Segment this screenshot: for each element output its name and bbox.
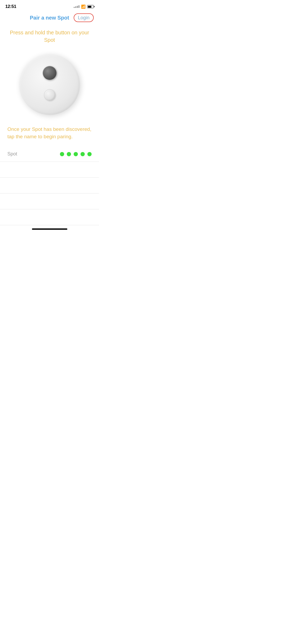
signal-dot-1	[60, 152, 64, 156]
signal-dot-3	[74, 152, 78, 156]
spot-illustration	[0, 46, 99, 120]
home-bar	[32, 228, 67, 230]
instruction-text: Press and hold the button on your Spot	[0, 24, 99, 46]
spot-bottom-button	[44, 89, 55, 100]
page: 12:51 📶 Pair a new Spot Login Press and …	[0, 0, 99, 232]
battery-icon	[87, 5, 94, 8]
list-item[interactable]	[0, 194, 99, 209]
signal-dot-5	[87, 152, 92, 156]
list-item[interactable]	[0, 178, 99, 194]
discovery-text: Once your Spot has been discovered, tap …	[0, 120, 99, 146]
battery-fill	[88, 6, 91, 8]
signal-dot-4	[81, 152, 85, 156]
status-icons: 📶	[74, 4, 94, 9]
spot-list: Spot	[0, 146, 99, 225]
spot-device	[19, 54, 80, 115]
signal-icon	[74, 5, 79, 8]
login-button[interactable]: Login	[74, 13, 94, 22]
status-time: 12:51	[5, 4, 16, 9]
spot-item-name: Spot	[7, 151, 60, 157]
signal-indicators	[60, 152, 92, 156]
list-item[interactable]	[0, 162, 99, 178]
list-item[interactable]	[0, 209, 99, 225]
header: Pair a new Spot Login	[0, 12, 99, 24]
list-item[interactable]: Spot	[0, 146, 99, 162]
signal-dot-2	[67, 152, 71, 156]
spot-top-button	[43, 66, 56, 80]
home-indicator	[0, 225, 99, 232]
status-bar: 12:51 📶	[0, 0, 99, 12]
page-title: Pair a new Spot	[30, 15, 69, 21]
wifi-icon: 📶	[81, 4, 86, 9]
